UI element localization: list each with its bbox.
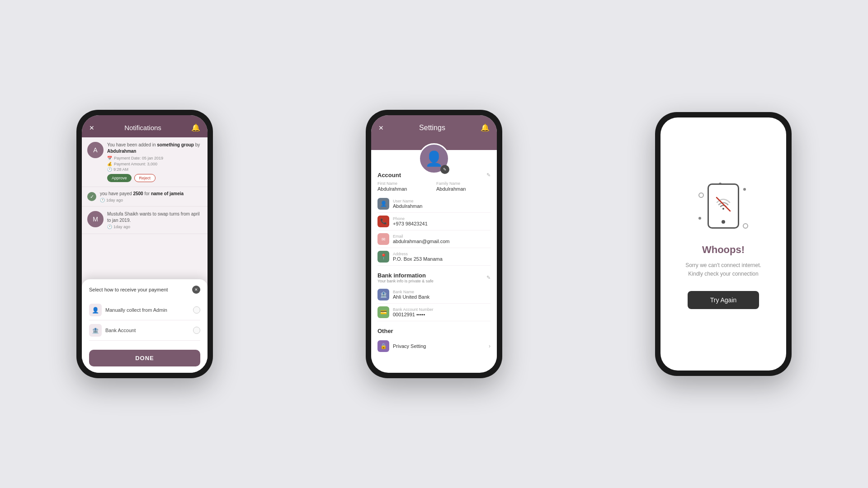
- p1-avatar-1: A: [87, 142, 104, 158]
- p2-bankaccount-row: 💳 Bank Account Number 00012991 •••••: [377, 304, 491, 321]
- p2-firstname-col: First Name Abdulrahman: [377, 181, 432, 192]
- p3-dot-2: [743, 188, 746, 191]
- calendar-icon: 📅: [107, 156, 112, 160]
- p3-illustration: [696, 179, 750, 233]
- phone-2: ✕ Settings 🔔 👤 ✎ Account ✎: [366, 110, 502, 378]
- p1-sheet-title: Select how to receive your payment: [89, 287, 168, 292]
- p2-other-header: Other: [377, 328, 491, 334]
- p2-email-value: abdulrahman@gmail.com: [393, 239, 450, 244]
- p1-payment-sheet: Select how to receive your payment ✕ 👤 M…: [82, 279, 208, 373]
- p1-notification-check: ✓ you have payed 2500 for name of jameia…: [82, 187, 208, 206]
- p1-radio-1[interactable]: [193, 306, 200, 314]
- p2-bankname-row: 🏦 Bank Name Ahli United Bank: [377, 286, 491, 304]
- p3-phone-dot: [722, 220, 725, 224]
- p2-bankaccount-value: 00012991 •••••: [393, 312, 434, 317]
- p1-option-left-2: 🏦 Bank Account: [89, 324, 136, 337]
- p2-email-info: Email abdulrahman@gmail.com: [393, 234, 450, 244]
- p2-address-row: 📍 Address P.O. Box 253 Manama: [377, 248, 491, 266]
- p2-bankaccount-icon: 💳: [377, 306, 389, 318]
- p2-title: Settings: [419, 124, 445, 132]
- p2-user-icon: 👤: [377, 198, 389, 210]
- p3-subtitle-line2: Kindly check your connection: [688, 271, 758, 277]
- p1-notification-item: A You have been added in something group…: [82, 137, 208, 187]
- p2-address-value: P.O. Box 253 Manama: [393, 256, 443, 262]
- p1-close-icon[interactable]: ✕: [89, 124, 94, 131]
- p2-bank-header: Bank information Your bank info is priva…: [377, 272, 491, 283]
- p2-avatar-wrapper: 👤 ✎: [419, 143, 449, 174]
- p3-circle-1: [698, 192, 704, 198]
- p1-notification-swap: M Mustufa Shaikh wants to swap turns fro…: [82, 206, 208, 234]
- clock-icon-1: 🕐: [107, 167, 112, 172]
- p2-privacy-left: 🔒 Privacy Setting: [377, 340, 426, 352]
- p2-username-info: User Name Abdulrahman: [393, 199, 422, 209]
- p1-notif-content-1: You have been added in something group b…: [107, 142, 202, 182]
- p2-account-edit-icon[interactable]: ✎: [486, 172, 491, 178]
- p1-manual-icon: 👤: [89, 304, 102, 316]
- p1-title: Notifications: [124, 124, 161, 131]
- p2-address-label: Address: [393, 252, 443, 256]
- p2-privacy-row[interactable]: 🔒 Privacy Setting ›: [377, 337, 491, 355]
- p2-phone-label: Phone: [393, 216, 428, 221]
- p2-bank-title: Bank information: [377, 272, 434, 279]
- p1-notif-content-2: you have payed 2500 for name of jameia 🕐…: [100, 191, 184, 202]
- p1-option-manual[interactable]: 👤 Manually collect from Admin: [89, 300, 200, 320]
- p2-username-value: Abdulrahman: [393, 203, 422, 209]
- p1-option-bank[interactable]: 🏦 Bank Account: [89, 320, 200, 341]
- p2-avatar-edit[interactable]: ✎: [440, 165, 449, 174]
- p2-phone-row: 📞 Phone +973 98423241: [377, 213, 491, 230]
- p2-familyname-label: Family Name: [436, 181, 491, 186]
- p1-time-1: 🕐 9:28 AM: [107, 167, 202, 172]
- p2-account-section: Account ✎ First Name Abdulrahman Family …: [377, 172, 491, 266]
- p2-privacy-label: Privacy Setting: [393, 343, 426, 349]
- try-again-button[interactable]: Try Again: [688, 291, 760, 309]
- amount-icon: 💰: [107, 162, 112, 166]
- p1-option-left-1: 👤 Manually collect from Admin: [89, 304, 167, 316]
- p1-bell-icon[interactable]: 🔔: [191, 123, 200, 132]
- p2-email-icon: ✉: [377, 233, 389, 245]
- p1-notif-text-1: You have been added in something group b…: [107, 142, 202, 155]
- p2-phone-value: +973 98423241: [393, 221, 428, 226]
- p2-chevron-icon: ›: [489, 343, 491, 349]
- p1-bank-label: Bank Account: [105, 328, 136, 333]
- p1-time-3: 🕐 1day ago: [107, 225, 202, 229]
- p2-account-title: Account: [377, 172, 401, 178]
- p2-screen: ✕ Settings 🔔 👤 ✎ Account ✎: [371, 115, 497, 373]
- p2-content: Account ✎ First Name Abdulrahman Family …: [371, 150, 497, 368]
- clock-icon-2: 🕐: [100, 198, 105, 202]
- p3-no-wifi-icon: [715, 196, 731, 216]
- p2-close-icon[interactable]: ✕: [378, 124, 384, 131]
- p2-email-label: Email: [393, 234, 450, 239]
- p2-phone-icon: 📞: [377, 216, 389, 227]
- p3-title: Whoops!: [702, 244, 745, 256]
- p2-familyname-value: Abdulrahman: [436, 186, 491, 192]
- p2-bank-section: Bank information Your bank info is priva…: [377, 272, 491, 321]
- p2-bankaccount-label: Bank Account Number: [393, 307, 434, 312]
- clock-icon-3: 🕐: [107, 225, 112, 229]
- done-button[interactable]: DONE: [89, 350, 200, 366]
- p1-payment-date: 📅 Payment Date: 05 jan 2019: [107, 156, 202, 160]
- p1-manual-label: Manually collect from Admin: [105, 307, 167, 313]
- p2-bankaccount-info: Bank Account Number 00012991 •••••: [393, 307, 434, 317]
- approve-button[interactable]: Approve: [107, 174, 132, 182]
- p3-content: Whoops! Sorry we can't connect internet.…: [660, 117, 786, 371]
- p2-firstname-label: First Name: [377, 181, 432, 186]
- p2-familyname-col: Family Name Abdulrahman: [436, 181, 491, 192]
- p1-sheet-close[interactable]: ✕: [192, 286, 200, 294]
- p2-bell-icon[interactable]: 🔔: [481, 123, 490, 132]
- p2-bank-edit-icon[interactable]: ✎: [486, 275, 491, 281]
- phone-3: Whoops! Sorry we can't connect internet.…: [655, 112, 792, 376]
- p2-email-row: ✉ Email abdulrahman@gmail.com: [377, 230, 491, 248]
- reject-button[interactable]: Reject: [134, 174, 156, 182]
- p2-location-icon: 📍: [377, 251, 389, 263]
- phone-1: ✕ Notifications 🔔 A You have been added …: [76, 110, 213, 378]
- p1-action-buttons: Approve Reject: [107, 174, 202, 182]
- check-icon: ✓: [87, 192, 96, 201]
- p3-subtitle-line1: Sorry we can't connect internet.: [685, 262, 761, 268]
- p2-bank-title-group: Bank information Your bank info is priva…: [377, 272, 434, 283]
- p1-notif-text-3: Mustufa Shaikh wants to swap turns from …: [107, 211, 202, 224]
- p1-radio-2[interactable]: [193, 327, 200, 334]
- p1-sheet-header: Select how to receive your payment ✕: [89, 286, 200, 294]
- p1-notif-text-2: you have payed 2500 for name of jameia: [100, 191, 184, 197]
- p2-bankname-info: Bank Name Ahli United Bank: [393, 290, 429, 300]
- p2-name-row: First Name Abdulrahman Family Name Abdul…: [377, 181, 491, 192]
